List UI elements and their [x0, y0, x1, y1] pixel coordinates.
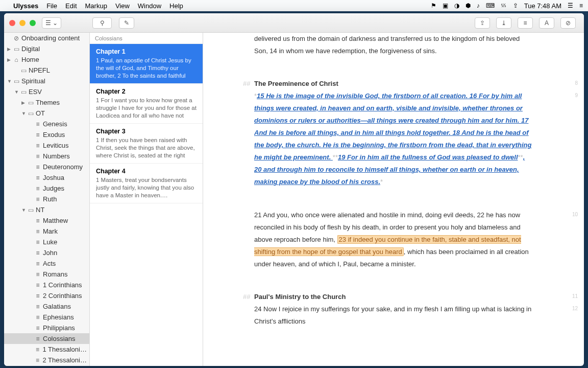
- menu-help[interactable]: Help: [169, 2, 183, 10]
- typography-button[interactable]: A: [539, 17, 554, 29]
- disclosure-arrow-icon[interactable]: ▼: [21, 208, 27, 213]
- menu-file[interactable]: File: [46, 2, 57, 10]
- sidebar-item[interactable]: ≡2 Corinthians: [4, 290, 89, 301]
- close-window-button[interactable]: [9, 20, 15, 26]
- line-number: 12: [572, 304, 578, 314]
- body-text[interactable]: *15 He is the image of the invisible God…: [254, 90, 533, 188]
- sidebar-item[interactable]: ≡Genesis: [4, 119, 89, 129]
- sheet-preview: 1 Masters, treat your bondservants justl…: [96, 176, 197, 199]
- sheet-item[interactable]: Chapter 21 For I want you to know how gr…: [90, 84, 203, 124]
- sidebar-item[interactable]: ▶▭Digital: [4, 43, 89, 54]
- sidebar-item[interactable]: ≡John: [4, 247, 89, 258]
- body-text[interactable]: 24 Now I rejoice in my sufferings for yo…: [254, 303, 533, 328]
- status-icon[interactable]: ◑: [454, 2, 459, 9]
- folder-icon: ≡: [34, 217, 42, 224]
- spotlight-icon[interactable]: ☰: [568, 2, 573, 9]
- menu-window[interactable]: Window: [138, 2, 161, 10]
- sidebar-item[interactable]: ≡Judges: [4, 183, 89, 194]
- sidebar-item[interactable]: ▭NPEFL: [4, 65, 89, 76]
- sidebar-toggle-button[interactable]: ☰ ⌄: [42, 17, 61, 29]
- heading[interactable]: ## The Preeminence of Christ 8: [254, 78, 533, 90]
- share-button[interactable]: ⇪: [475, 17, 490, 29]
- sidebar-item[interactable]: ≡1 Corinthians: [4, 280, 89, 290]
- sidebar-item[interactable]: ≡Mark: [4, 226, 89, 237]
- sidebar-item[interactable]: ≡Ephesians: [4, 312, 89, 323]
- sidebar-item[interactable]: ⊘Onboarding content: [4, 33, 89, 43]
- sidebar-item[interactable]: ▼▭OT: [4, 108, 89, 119]
- sidebar-item[interactable]: ≡Acts: [4, 258, 89, 269]
- minimize-window-button[interactable]: [19, 20, 26, 26]
- body-text[interactable]: delivered us from the domain of darkness…: [254, 33, 533, 57]
- sidebar-item[interactable]: ≡Philippians: [4, 323, 89, 333]
- disclosure-arrow-icon[interactable]: ▼: [14, 89, 19, 95]
- sidebar-item[interactable]: ≡1 Thessalonia…: [4, 344, 89, 355]
- editor-pane[interactable]: delivered us from the domain of darkness…: [203, 33, 584, 366]
- sidebar-item[interactable]: ≡Romans: [4, 269, 89, 280]
- sidebar-item[interactable]: ≡Deuteronomy: [4, 162, 89, 172]
- notification-icon[interactable]: ≡: [579, 2, 583, 9]
- list-button[interactable]: ≡: [518, 17, 533, 29]
- sidebar-item[interactable]: ≡Luke: [4, 237, 89, 247]
- status-icon[interactable]: ⌨: [486, 2, 495, 9]
- sidebar-item[interactable]: ≡Colossians: [4, 333, 89, 344]
- heading[interactable]: ## Paul's Ministry to the Church 11: [254, 291, 533, 303]
- sidebar-item-label: Luke: [43, 238, 57, 246]
- folder-icon: ≡: [34, 239, 42, 246]
- menu-markup[interactable]: Markup: [85, 2, 107, 10]
- fullscreen-window-button[interactable]: [30, 20, 36, 26]
- status-icon[interactable]: ▣: [443, 2, 448, 9]
- sidebar-item-label: Ruth: [43, 195, 57, 203]
- disclosure-arrow-icon[interactable]: ▶: [21, 100, 27, 105]
- export-button[interactable]: ⤓: [496, 17, 511, 29]
- menubar-clock[interactable]: Tue 7:48 AM: [524, 2, 561, 10]
- body-text[interactable]: 21 And you, who once were alienated and …: [254, 209, 533, 270]
- disclosure-arrow-icon[interactable]: ▼: [7, 79, 12, 84]
- line-number: 11: [572, 292, 578, 302]
- sidebar-item[interactable]: ▶⌂Home: [4, 54, 89, 65]
- search-button[interactable]: ⚲: [92, 17, 112, 29]
- sidebar-item[interactable]: ▶▭Themes: [4, 97, 89, 108]
- sidebar-item-label: Genesis: [43, 120, 67, 128]
- window-toolbar: ☰ ⌄ ⚲ ✎ ⇪ ⤓ ≡ A ⊘: [4, 13, 584, 33]
- folder-icon: ≡: [34, 346, 42, 353]
- sidebar-item[interactable]: ≡Leviticus: [4, 140, 89, 151]
- app-name[interactable]: Ulysses: [13, 2, 38, 10]
- attachment-button[interactable]: ⊘: [560, 17, 576, 29]
- library-sidebar[interactable]: ⊘Onboarding content▶▭Digital▶⌂Home▭NPEFL…: [4, 33, 90, 366]
- status-icon[interactable]: ⬢: [465, 2, 471, 9]
- sidebar-item[interactable]: ≡Numbers: [4, 151, 89, 162]
- disclosure-arrow-icon[interactable]: ▼: [21, 111, 27, 116]
- sheet-title: Chapter 2: [96, 88, 197, 95]
- ulysses-window: ☰ ⌄ ⚲ ✎ ⇪ ⤓ ≡ A ⊘ ⊘Onboarding content▶▭D…: [4, 13, 584, 366]
- sidebar-item[interactable]: ≡Joshua: [4, 172, 89, 183]
- folder-icon: ≡: [34, 249, 42, 257]
- sidebar-item[interactable]: ≡Matthew: [4, 215, 89, 226]
- sidebar-item-label: Romans: [43, 270, 67, 278]
- sheet-item[interactable]: Chapter 41 Masters, treat your bondserva…: [90, 164, 203, 203]
- sidebar-item-label: Joshua: [43, 174, 64, 181]
- sidebar-item-label: Home: [21, 56, 39, 63]
- sidebar-item[interactable]: ▼▭ESV: [4, 86, 89, 97]
- disclosure-arrow-icon[interactable]: ▶: [7, 57, 12, 62]
- sheet-list[interactable]: Colossians Chapter 11 Paul, an apostle o…: [90, 33, 203, 366]
- sidebar-item[interactable]: ▼▭NT: [4, 204, 89, 215]
- sidebar-item-label: Galatians: [43, 303, 71, 310]
- sidebar-item[interactable]: ≡Exodus: [4, 129, 89, 140]
- disclosure-arrow-icon[interactable]: ▶: [7, 47, 12, 52]
- sheet-item[interactable]: Chapter 11 Paul, an apostle of Christ Je…: [90, 44, 203, 84]
- menu-edit[interactable]: Edit: [65, 2, 77, 10]
- sheet-item[interactable]: Chapter 31 If then you have been raised …: [90, 124, 203, 164]
- sidebar-item[interactable]: ≡Galatians: [4, 301, 89, 312]
- sidebar-item[interactable]: ▼▭Spiritual: [4, 76, 89, 86]
- folder-icon: ≡: [34, 164, 42, 171]
- sidebar-item[interactable]: ≡2 Thessalonia…: [4, 355, 89, 365]
- folder-icon: ▭: [27, 110, 35, 117]
- menu-view[interactable]: View: [115, 2, 130, 10]
- status-icon[interactable]: ᯾: [501, 2, 507, 9]
- status-icon[interactable]: ⇪: [513, 2, 518, 9]
- status-icon[interactable]: ♪: [477, 2, 480, 9]
- sidebar-icon: ☰: [45, 19, 51, 27]
- sidebar-item[interactable]: ≡Ruth: [4, 194, 89, 204]
- compose-button[interactable]: ✎: [119, 17, 134, 29]
- status-icon[interactable]: ⚑: [431, 2, 436, 9]
